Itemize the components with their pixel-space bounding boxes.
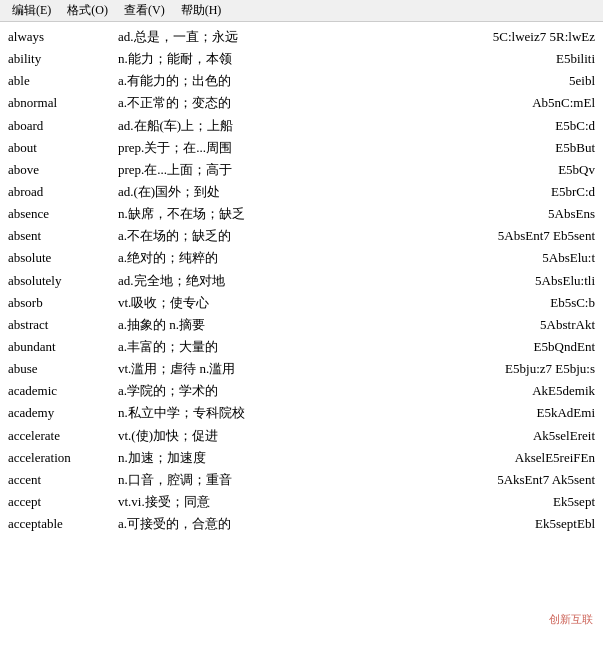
word-term: accept xyxy=(8,492,118,512)
word-phonetic: Ek5septEbl xyxy=(535,514,595,534)
word-term: about xyxy=(8,138,118,158)
word-definition: a.抽象的 n.摘要 xyxy=(118,315,534,335)
word-phonetic: 5AbsElu:t xyxy=(542,248,595,268)
word-term: absence xyxy=(8,204,118,224)
word-phonetic: E5brC:d xyxy=(551,182,595,202)
word-phonetic: AkselE5reiFEn xyxy=(515,448,595,468)
word-term: academy xyxy=(8,403,118,423)
word-phonetic: Ak5selEreit xyxy=(533,426,595,446)
word-definition: vt.滥用；虐待 n.滥用 xyxy=(118,359,499,379)
word-row: aboveprep.在...上面；高于E5bQv xyxy=(8,159,595,181)
word-definition: ad.在船(车)上；上船 xyxy=(118,116,549,136)
word-phonetic: 5AbsEnt7 Eb5sent xyxy=(498,226,595,246)
word-row: alwaysad.总是，一直；永远5C:lweiz7 5R:lwEz xyxy=(8,26,595,48)
word-phonetic: Ek5sept xyxy=(553,492,595,512)
word-term: abnormal xyxy=(8,93,118,113)
word-term: always xyxy=(8,27,118,47)
word-row: aboardad.在船(车)上；上船E5bC:d xyxy=(8,115,595,137)
menu-edit[interactable]: 编辑(E) xyxy=(4,0,59,21)
word-term: abundant xyxy=(8,337,118,357)
word-phonetic: 5AksEnt7 Ak5sent xyxy=(497,470,595,490)
word-definition: a.不正常的；变态的 xyxy=(118,93,526,113)
word-row: absorbvt.吸收；使专心Eb5sC:b xyxy=(8,292,595,314)
word-definition: prep.在...上面；高于 xyxy=(118,160,552,180)
word-phonetic: Ab5nC:mEl xyxy=(532,93,595,113)
word-definition: a.可接受的，合意的 xyxy=(118,514,529,534)
word-definition: vt.vi.接受；同意 xyxy=(118,492,547,512)
word-term: absent xyxy=(8,226,118,246)
word-row: acceptvt.vi.接受；同意Ek5sept xyxy=(8,491,595,513)
content-area: alwaysad.总是，一直；永远5C:lweiz7 5R:lwEzabilit… xyxy=(0,22,603,657)
word-term: abuse xyxy=(8,359,118,379)
word-term: accent xyxy=(8,470,118,490)
word-row: abstracta.抽象的 n.摘要5AbstrAkt xyxy=(8,314,595,336)
word-term: absorb xyxy=(8,293,118,313)
word-row: ablea.有能力的；出色的5eibl xyxy=(8,70,595,92)
word-phonetic: 5AbstrAkt xyxy=(540,315,595,335)
word-phonetic: AkE5demik xyxy=(532,381,595,401)
word-row: academyn.私立中学；专科院校E5kAdEmi xyxy=(8,402,595,424)
word-definition: a.有能力的；出色的 xyxy=(118,71,563,91)
word-definition: ad.完全地；绝对地 xyxy=(118,271,529,291)
word-definition: a.绝对的；纯粹的 xyxy=(118,248,536,268)
word-phonetic: E5bQv xyxy=(558,160,595,180)
word-term: abstract xyxy=(8,315,118,335)
word-definition: n.缺席，不在场；缺乏 xyxy=(118,204,542,224)
word-definition: n.私立中学；专科院校 xyxy=(118,403,531,423)
word-row: academica.学院的；学术的AkE5demik xyxy=(8,380,595,402)
word-term: academic xyxy=(8,381,118,401)
word-phonetic: E5kAdEmi xyxy=(537,403,596,423)
word-term: above xyxy=(8,160,118,180)
word-row: abilityn.能力；能耐，本领E5biliti xyxy=(8,48,595,70)
word-definition: prep.关于；在...周围 xyxy=(118,138,549,158)
word-definition: ad.总是，一直；永远 xyxy=(118,27,487,47)
word-definition: a.学院的；学术的 xyxy=(118,381,526,401)
word-phonetic: Eb5sC:b xyxy=(550,293,595,313)
word-definition: n.口音，腔调；重音 xyxy=(118,470,491,490)
word-phonetic: 5AbsElu:tli xyxy=(535,271,595,291)
word-term: acceptable xyxy=(8,514,118,534)
word-row: aboutprep.关于；在...周围E5bBut xyxy=(8,137,595,159)
word-definition: n.加速；加速度 xyxy=(118,448,509,468)
word-phonetic: E5bju:z7 E5bju:s xyxy=(505,359,595,379)
word-row: accelerationn.加速；加速度AkselE5reiFEn xyxy=(8,447,595,469)
word-phonetic: E5bC:d xyxy=(555,116,595,136)
word-row: abundanta.丰富的；大量的E5bQndEnt xyxy=(8,336,595,358)
word-term: aboard xyxy=(8,116,118,136)
watermark: 创新互联 xyxy=(549,612,593,627)
word-definition: vt.(使)加快；促进 xyxy=(118,426,527,446)
word-row: abroadad.(在)国外；到处E5brC:d xyxy=(8,181,595,203)
word-term: ability xyxy=(8,49,118,69)
word-row: acceleratevt.(使)加快；促进Ak5selEreit xyxy=(8,425,595,447)
word-row: accentn.口音，腔调；重音5AksEnt7 Ak5sent xyxy=(8,469,595,491)
word-term: acceleration xyxy=(8,448,118,468)
word-term: accelerate xyxy=(8,426,118,446)
menu-view[interactable]: 查看(V) xyxy=(116,0,173,21)
word-definition: n.能力；能耐，本领 xyxy=(118,49,550,69)
word-term: abroad xyxy=(8,182,118,202)
word-term: absolutely xyxy=(8,271,118,291)
word-definition: vt.吸收；使专心 xyxy=(118,293,544,313)
word-definition: a.丰富的；大量的 xyxy=(118,337,528,357)
menubar: 编辑(E) 格式(O) 查看(V) 帮助(H) xyxy=(0,0,603,22)
word-definition: a.不在场的；缺乏的 xyxy=(118,226,492,246)
word-row: abnormala.不正常的；变态的Ab5nC:mEl xyxy=(8,92,595,114)
word-definition: ad.(在)国外；到处 xyxy=(118,182,545,202)
word-row: absencen.缺席，不在场；缺乏5AbsEns xyxy=(8,203,595,225)
menu-format[interactable]: 格式(O) xyxy=(59,0,116,21)
word-phonetic: E5bBut xyxy=(555,138,595,158)
word-term: absolute xyxy=(8,248,118,268)
word-row: absolutea.绝对的；纯粹的5AbsElu:t xyxy=(8,247,595,269)
word-row: abusevt.滥用；虐待 n.滥用E5bju:z7 E5bju:s xyxy=(8,358,595,380)
word-row: absolutelyad.完全地；绝对地5AbsElu:tli xyxy=(8,270,595,292)
word-phonetic: 5C:lweiz7 5R:lwEz xyxy=(493,27,595,47)
word-phonetic: 5eibl xyxy=(569,71,595,91)
menu-help[interactable]: 帮助(H) xyxy=(173,0,230,21)
word-phonetic: E5biliti xyxy=(556,49,595,69)
word-row: absenta.不在场的；缺乏的5AbsEnt7 Eb5sent xyxy=(8,225,595,247)
word-term: able xyxy=(8,71,118,91)
word-row: acceptablea.可接受的，合意的Ek5septEbl xyxy=(8,513,595,535)
word-phonetic: 5AbsEns xyxy=(548,204,595,224)
word-phonetic: E5bQndEnt xyxy=(534,337,595,357)
